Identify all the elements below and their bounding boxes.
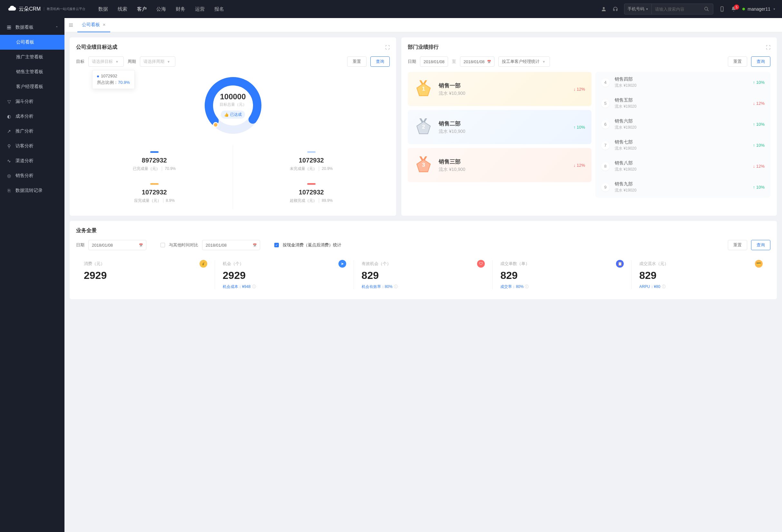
search-type-select[interactable]: 手机号码▼ [625,4,652,14]
medal-icon: 2 [414,118,433,136]
help-icon[interactable]: ⓘ [394,284,398,289]
ranking-card-title: 部门业绩排行 [408,44,439,50]
nav-item[interactable]: 公海 [156,6,166,12]
menu-icon: ∿ [6,158,11,164]
reset-button[interactable]: 重置 [728,57,747,67]
hamburger-icon[interactable] [68,23,73,28]
rank-row: 4销售四部流水 ¥19020↑ 10% [595,72,771,93]
mode-select[interactable]: 按工单客户经理统计▼ [498,57,550,67]
logo-subtitle: 教育机构一站式服务云平台 [44,7,85,11]
help-icon[interactable]: ⓘ [525,284,529,289]
sidebar: 数据看板 ⌃ 公司看板推广主管看板销售主管看板客户经理看板 ▽漏斗分析◐成本分析… [0,18,65,532]
help-icon[interactable]: ⓘ [662,284,666,289]
rank-top-card: 3 销售三部流水 ¥10,900 ↓ 12% [408,148,592,182]
stat-cell: 8972932已完成量（元）70.9% [76,145,233,177]
kpi-icon: 📋 [616,260,624,268]
kpi-cell: 成交流水（元）💳829ARPU：¥80 ⓘ [632,257,771,293]
kpi-cell: 消费（元）💰2929 [76,257,215,293]
change-indicator: ↑ 10% [753,122,765,127]
svg-rect-4 [9,26,11,27]
sidebar-item[interactable]: 公司看板 [0,35,65,50]
ranking-card: 部门业绩排行 ⛶ 日期 2018/01/08 至 2018/01/08📅 按工单… [401,37,777,216]
change-indicator: ↓ 12% [573,87,585,92]
chevron-up-icon: ⌃ [56,26,58,29]
date-to-input[interactable]: 2018/01/08📅 [460,57,495,67]
date1-input[interactable]: 2018/01/08📅 [88,240,146,250]
cash-label: 按现金消费（返点后消费）统计 [283,242,341,248]
compare-label: 与其他时间对比 [169,242,198,248]
user-icon[interactable] [601,6,607,12]
cash-checkbox[interactable]: ✓ [274,243,279,247]
nav-item[interactable]: 报名 [214,6,224,12]
target-select[interactable]: 请选择目标▼ [88,57,124,67]
nav-item[interactable]: 运营 [195,6,205,12]
reset-button[interactable]: 重置 [347,57,366,67]
search-box: 手机号码▼ [624,4,713,14]
compare-checkbox[interactable] [161,243,165,247]
query-button[interactable]: 查询 [751,240,771,250]
search-input[interactable] [652,7,700,11]
menu-icon: ↗ [6,129,11,134]
stat-cell: 1072932未完成量（元）20.9% [233,145,390,177]
target-label: 目标 [76,59,84,65]
nav-item[interactable]: 数据 [98,6,108,12]
change-indicator: ↓ 12% [753,101,765,106]
expand-icon[interactable]: ⛶ [766,45,771,50]
date-from-input[interactable]: 2018/01/08 [420,57,448,67]
phone-icon[interactable] [719,6,725,12]
svg-rect-3 [7,26,9,27]
kpi-icon: 💳 [755,260,763,268]
change-indicator: ↑ 10% [573,125,585,130]
stat-cell: 1072932应完成量（元）8.9% [76,177,233,209]
svg-rect-5 [7,28,9,29]
tab-company-board[interactable]: 公司看板 ✕ [77,18,110,32]
sidebar-item[interactable]: 推广主管看板 [0,50,65,65]
expand-icon[interactable]: ⛶ [385,45,390,50]
notification-badge: 5 [734,4,739,10]
medal-icon: 3 [414,156,433,174]
username: manager11 [747,6,771,11]
rank-row: 9销售九部流水 ¥19020↑ 10% [595,177,771,198]
rank-top-card: 1 销售一部流水 ¥10,900 ↓ 12% [408,72,592,106]
close-icon[interactable]: ✕ [103,23,106,27]
donut-value: 100000 [220,92,246,101]
sidebar-item[interactable]: ▽漏斗分析 [0,94,65,109]
sidebar-item[interactable]: ↗推广分析 [0,124,65,139]
rank-row: 5销售五部流水 ¥19020↓ 12% [595,93,771,114]
sidebar-item[interactable]: ⚲访客分析 [0,139,65,153]
bell-icon[interactable]: 5 [731,6,737,12]
target-card-title: 公司业绩目标达成 [76,44,117,50]
donut-label: 目标总量（元） [219,102,247,107]
sidebar-group-dashboard[interactable]: 数据看板 ⌃ [0,20,65,35]
svg-rect-6 [9,28,11,29]
sidebar-item[interactable]: ◎销售分析 [0,168,65,183]
overview-card: 业务全景 日期 2018/01/08📅 与其他时间对比 2018/01/08📅 … [70,221,777,299]
search-button[interactable] [700,6,713,11]
target-card: 公司业绩目标达成 ⛶ 目标 请选择目标▼ 周期 请选择周期▼ 重置 查询 [70,37,396,216]
cloud-icon [6,6,17,12]
tabs-bar: 公司看板 ✕ [65,18,782,32]
status-dot [742,8,745,10]
headset-icon[interactable] [612,6,618,12]
sidebar-item[interactable]: 客户经理看板 [0,79,65,94]
nav-item[interactable]: 客户 [137,6,147,12]
period-label: 周期 [128,59,136,65]
period-select[interactable]: 请选择周期▼ [140,57,175,67]
sidebar-item[interactable]: ◐成本分析 [0,109,65,124]
sidebar-item[interactable]: ∿渠道分析 [0,153,65,168]
reset-button[interactable]: 重置 [728,240,747,250]
help-icon[interactable]: ⓘ [252,284,256,289]
nav-item[interactable]: 线索 [118,6,127,12]
top-header: 云朵CRM 教育机构一站式服务云平台 数据线索客户公海财务运营报名 手机号码▼ … [0,0,782,18]
change-indicator: ↓ 12% [753,164,765,169]
user-menu[interactable]: manager11 ▼ [742,6,776,11]
kpi-cell: 机会（个）➤2929机会成本：¥948 ⓘ [215,257,354,293]
query-button[interactable]: 查询 [370,57,390,67]
nav-item[interactable]: 财务 [176,6,185,12]
change-indicator: ↑ 10% [753,143,765,148]
sidebar-item[interactable]: 销售主管看板 [0,65,65,79]
date2-input[interactable]: 2018/01/08📅 [202,240,260,250]
menu-icon: ◐ [6,114,11,119]
query-button[interactable]: 查询 [751,57,771,67]
sidebar-item[interactable]: ⎘数据流转记录 [0,183,65,198]
